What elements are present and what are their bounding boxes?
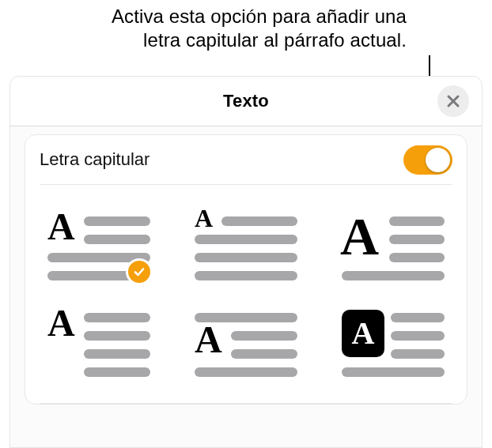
paragraph-lines-icon (195, 212, 297, 283)
text-format-panel: Texto Letra capitular A (9, 76, 483, 448)
paragraph-lines-icon (342, 308, 445, 379)
dropcap-toggle-label: Letra capitular (40, 149, 149, 170)
panel-title: Texto (223, 91, 269, 111)
dropcap-option-two-line-raised[interactable]: A (47, 212, 150, 283)
close-icon (446, 94, 460, 108)
callout-text: Activa esta opción para añadir una letra… (112, 5, 407, 52)
panel-body: Letra capitular A (10, 126, 482, 448)
paragraph-lines-icon (195, 308, 297, 379)
dropcap-option-two-line-margin[interactable]: A (47, 308, 150, 379)
selected-checkmark-icon (126, 258, 153, 285)
paragraph-lines-icon (342, 212, 445, 283)
dropcap-toggle-row: Letra capitular (40, 135, 452, 185)
switch-knob (426, 148, 450, 172)
callout-line-2: letra capitular al párrafo actual. (112, 28, 407, 52)
dropcap-toggle[interactable] (403, 145, 452, 175)
callout-line-1: Activa esta opción para añadir una (112, 5, 407, 28)
dropcap-style-grid: A A (40, 185, 452, 404)
close-button[interactable] (437, 85, 469, 117)
dropcap-setting-card: Letra capitular A (25, 134, 467, 405)
dropcap-option-three-line-boxed[interactable]: A (342, 308, 445, 379)
dropcap-option-three-line-large[interactable]: A (342, 212, 445, 283)
dropcap-option-two-line-dropped[interactable]: A (195, 212, 297, 283)
paragraph-lines-icon (47, 308, 150, 379)
panel-header: Texto (10, 77, 482, 126)
dropcap-option-two-line-centered[interactable]: A (195, 308, 297, 379)
